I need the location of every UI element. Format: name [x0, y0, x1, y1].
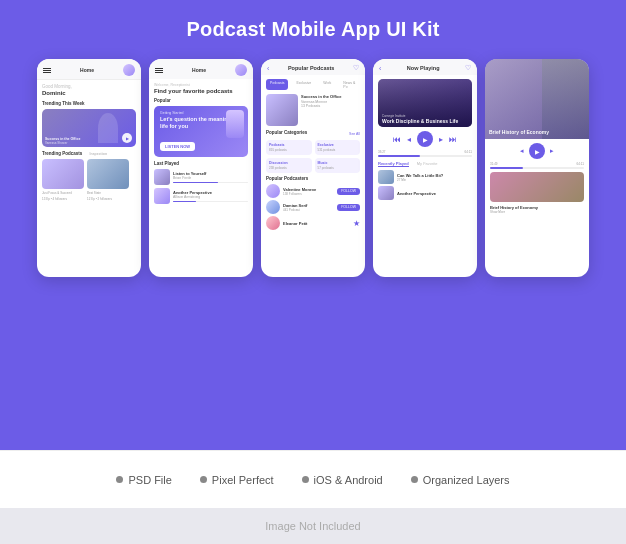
ph3-header: ‹ Popular Podcasts ♡ [261, 59, 365, 75]
track-list-row-2[interactable]: Another Perspective [378, 186, 472, 200]
feature-dot-psd [116, 476, 123, 483]
podcaster-info-2: Damian Serif 441 Podcast [283, 203, 334, 212]
feature-dot-ios [302, 476, 309, 483]
podcast-item-1[interactable]: Just Focus & Succeed 13 Ep • 4 followers [42, 159, 84, 201]
follow-button-1[interactable]: FOLLOW [337, 188, 360, 195]
bottom-bar-text: Image Not Included [265, 520, 360, 532]
total-time: 64:11 [464, 150, 472, 154]
tab-news[interactable]: News & Po [339, 79, 360, 90]
ph2-hamburger-icon[interactable] [155, 68, 163, 73]
now-playing-cover: Carnegie Institute Work Discipline & Bus… [378, 79, 472, 127]
podcaster-info-1: Valentine Monroe 138 Followers [283, 187, 334, 196]
ph4-back-arrow-icon[interactable]: ‹ [379, 65, 381, 72]
ph1-greeting: Good Morning, [42, 84, 136, 89]
ph1-header: Home [37, 59, 141, 80]
page-title: Podcast Mobile App UI Kit [186, 18, 439, 41]
track-row-2[interactable]: Another Perspective Allison Armstrong [154, 188, 248, 204]
ph1-header-title: Home [80, 67, 94, 73]
feature-layers: Organized Layers [411, 474, 510, 486]
track-info-1: Listen to Yourself Brian Forde [173, 171, 248, 183]
next-icon[interactable]: ▸ [439, 135, 443, 144]
podcast-meta-1b: 13 Ep • 4 followers [42, 197, 84, 201]
podcast-row: Just Focus & Succeed 13 Ep • 4 followers… [42, 159, 136, 201]
trending-author: Vanessa Shower [45, 141, 80, 145]
play-main-button[interactable]: ▶ [417, 131, 433, 147]
track-list-row-1[interactable]: Can We Talk a Little Bit? 27 Min [378, 170, 472, 184]
podcaster-count-1: 138 Followers [283, 192, 334, 196]
phones-row: Home Good Morning, Dominic Trending This… [37, 59, 589, 277]
category-discussion[interactable]: Discussion 238 podcasts [266, 158, 312, 173]
tab-exclusive[interactable]: Exclusive [292, 79, 315, 90]
ph2-popular-label: Popular [154, 98, 248, 103]
cat-count-2: 531 podcasts [318, 148, 358, 152]
phone-5: Brief History of Economy ◂ ▶ ▸ 31:49 64:… [485, 59, 589, 277]
phone-3: ‹ Popular Podcasts ♡ Podcasts Exclusive … [261, 59, 365, 277]
category-podcasts[interactable]: Podcasts 891 podcasts [266, 140, 312, 155]
ph4-progress-bar[interactable] [378, 155, 472, 157]
category-exclusive[interactable]: Exclusive 531 podcasts [315, 140, 361, 155]
listen-now-button[interactable]: LISTEN NOW [160, 142, 195, 151]
tl-thumb-1 [378, 170, 394, 184]
ph2-body: Welcome, Receptionist Find your favorite… [149, 79, 253, 277]
feature-label-ios: iOS & Android [314, 474, 383, 486]
featured-count: 13 Podcasts [301, 104, 341, 108]
cat-name-1: Podcasts [269, 143, 309, 147]
feature-bar: PSD File Pixel Perfect iOS & Android Org… [0, 450, 626, 508]
ph5-progress-start: 31:49 [490, 162, 498, 166]
ph5-progress-fill [490, 167, 523, 169]
trending-image[interactable]: Success in the Office Vanessa Shower [42, 109, 136, 147]
cat-count-1: 891 podcasts [269, 148, 309, 152]
feature-psd: PSD File [116, 474, 171, 486]
ph4-progress-fill [378, 155, 420, 157]
ph5-playback-controls: ◂ ▶ ▸ [490, 143, 584, 159]
hamburger-icon[interactable] [43, 68, 51, 73]
ph3-body: Podcasts Exclusive Work News & Po Succes… [261, 75, 365, 277]
tab-podcasts[interactable]: Podcasts [266, 79, 288, 90]
track-row-1[interactable]: Listen to Yourself Brian Forde [154, 169, 248, 185]
cat-name-4: Music [318, 161, 358, 165]
ph5-next-icon[interactable]: ▸ [550, 147, 554, 155]
ph5-prev-icon[interactable]: ◂ [520, 147, 524, 155]
ph1-name: Dominic [42, 90, 136, 96]
feature-ios: iOS & Android [302, 474, 383, 486]
prev-icon[interactable]: ◂ [407, 135, 411, 144]
ph1-podcasts-label: Trending Podcasts Inspection [42, 151, 136, 156]
ph5-play-button[interactable]: ▶ [529, 143, 545, 159]
ph4-heart-icon[interactable]: ♡ [465, 64, 471, 72]
back-arrow-icon[interactable]: ‹ [267, 65, 269, 72]
play-button-trending[interactable] [122, 133, 132, 143]
cover-bg [485, 59, 589, 139]
tab-work[interactable]: Work [319, 79, 335, 90]
phone-1: Home Good Morning, Dominic Trending This… [37, 59, 141, 277]
tl-info-1: Can We Talk a Little Bit? 27 Min [397, 173, 443, 182]
cat-count-3: 238 podcasts [269, 166, 309, 170]
podcaster-name-3: Eleanor Petit [283, 221, 350, 226]
ph3-featured: Success in the Office Vanessa Monroe 13 … [266, 94, 360, 126]
tab-my-favorite[interactable]: My Favorite [417, 161, 438, 167]
tab-recently-played[interactable]: Recently Played [378, 161, 409, 167]
track-author-1: Brian Forde [173, 176, 248, 180]
podcast-meta-2b: 12 Ep • 2 followers [87, 197, 129, 201]
category-music[interactable]: Music 57 podcasts [315, 158, 361, 173]
rewind-icon[interactable]: ⏮ [393, 135, 401, 144]
cat-name-3: Discussion [269, 161, 309, 165]
ph5-progress-end: 64:11 [576, 162, 584, 166]
feature-dot-layers [411, 476, 418, 483]
podcast-item-2[interactable]: Best State 12 Ep • 2 followers [87, 159, 129, 201]
track-thumb-2 [154, 188, 170, 204]
cat-name-2: Exclusive [318, 143, 358, 147]
forward-icon[interactable]: ⏭ [449, 135, 457, 144]
ph2-breadcrumb: Welcome, Receptionist [154, 83, 248, 87]
tl-thumb-2 [378, 186, 394, 200]
heart-icon[interactable]: ♡ [353, 64, 359, 72]
see-all-link[interactable]: See All [349, 132, 360, 136]
ph4-tabs-row: Recently Played My Favorite [378, 161, 472, 167]
podcaster-row-2: Damian Serif 441 Podcast FOLLOW [266, 200, 360, 214]
ph5-progress-bar[interactable] [490, 167, 584, 169]
podcast-meta-2: Best State [87, 191, 129, 195]
category-row-2: Discussion 238 podcasts Music 57 podcast… [266, 158, 360, 173]
ph5-sub-thumb [490, 172, 584, 202]
track-author-2: Allison Armstrong [173, 195, 248, 199]
follow-button-2[interactable]: FOLLOW [337, 204, 360, 211]
ph2-banner[interactable]: Getting Started Let's question the meani… [154, 106, 248, 157]
